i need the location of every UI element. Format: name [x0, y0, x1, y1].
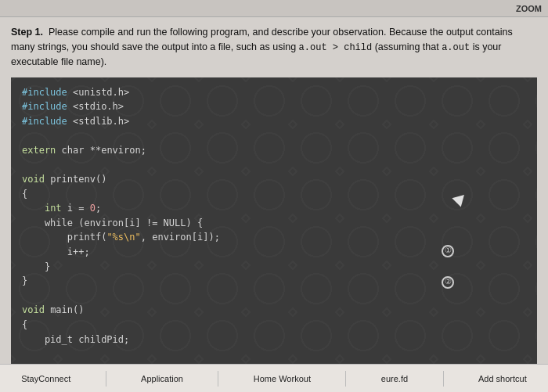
taskbar-divider-3 — [345, 371, 346, 387]
taskbar-item-homeworkout[interactable]: Home Workout — [246, 371, 319, 387]
step-instruction: Step 1. Please compile and run the follo… — [11, 25, 537, 70]
taskbar-item-eurefd[interactable]: eure.fd — [373, 371, 416, 387]
step-description: Please compile and run the following pro… — [11, 27, 513, 67]
main-content: Step 1. Please compile and run the follo… — [0, 17, 548, 392]
annotation-circle-1: ① — [442, 245, 454, 257]
taskbar-divider-1 — [106, 371, 106, 387]
zoom-label: ZOOM — [516, 4, 542, 13]
taskbar-item-addshortcut[interactable]: Add shortcut — [470, 371, 535, 387]
annotation-circle-2: ② — [442, 276, 454, 289]
top-bar: ZOOM — [0, 0, 548, 17]
code-content: #include <unistd.h> #include <stdio.h> #… — [22, 85, 526, 393]
step-number: Step 1. — [11, 27, 43, 38]
taskbar-divider-2 — [218, 371, 218, 387]
taskbar-divider-4 — [443, 371, 444, 387]
taskbar: StayConnect Application Home Workout eur… — [0, 364, 548, 392]
code-block: #include <unistd.h> #include <stdio.h> #… — [11, 77, 537, 393]
taskbar-item-stayconnect[interactable]: StayConnect — [13, 371, 78, 387]
taskbar-item-application[interactable]: Application — [133, 371, 191, 387]
